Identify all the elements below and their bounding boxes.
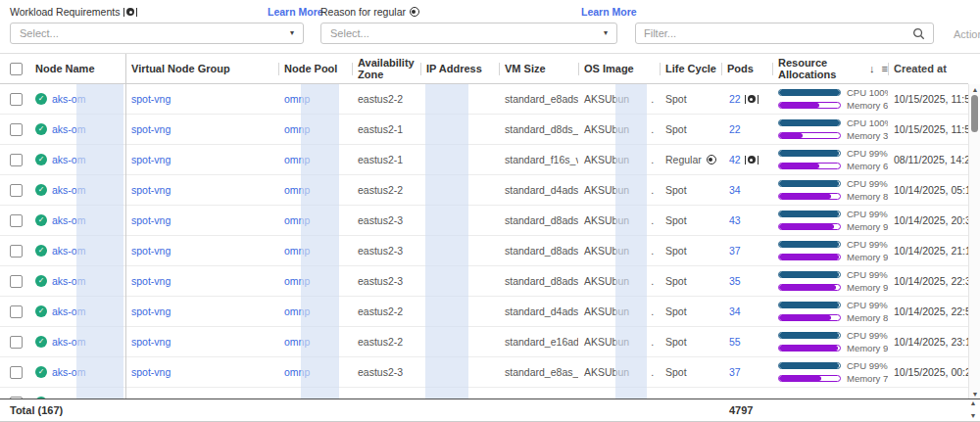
table-row[interactable]: ✓ aks-om spot-vng omnp eastus2-3 standar…	[0, 206, 968, 236]
scroll-down-icon[interactable]: ▼	[969, 391, 980, 399]
table-row[interactable]: ✓ aks-om spot-vng omnp eastus2-2 standar…	[0, 84, 968, 115]
virtual-node-group-link[interactable]: spot-vng	[131, 305, 171, 317]
row-checkbox[interactable]	[10, 123, 23, 136]
cpu-allocation: CPU 99%	[778, 240, 888, 250]
col-virtual-node-group[interactable]: Virtual Node Group	[125, 54, 278, 83]
virtual-node-group-link[interactable]: spot-vng	[131, 366, 171, 378]
cpu-bar	[778, 332, 841, 339]
col-ip-address[interactable]: IP Address	[420, 54, 499, 83]
actions-button[interactable]: Actions	[954, 28, 980, 40]
pods-count-link[interactable]: 55	[729, 336, 741, 348]
col-os-image[interactable]: OS Image	[578, 54, 660, 83]
pods-count-link[interactable]: 34	[729, 184, 741, 196]
vertical-scrollbar[interactable]: ▲ ▼	[968, 84, 980, 400]
memory-allocation: Memory 94%	[778, 283, 888, 293]
cpu-bar	[778, 89, 841, 96]
node-healthy-icon: ✓	[35, 305, 47, 317]
node-name-link[interactable]: aks-om	[52, 93, 85, 105]
pods-count-link[interactable]: 35	[729, 275, 741, 287]
virtual-node-group-link[interactable]: spot-vng	[131, 275, 171, 287]
ip-address-value	[420, 115, 499, 144]
row-checkbox[interactable]	[10, 154, 23, 166]
table-row[interactable]: ✓ aks-om spot-vng omnp eastus2-2 standar…	[0, 327, 968, 357]
col-pods[interactable]: Pods	[721, 54, 772, 83]
regular-learn-more-link[interactable]: Learn More	[581, 6, 637, 18]
cpu-bar	[778, 150, 841, 157]
table-row[interactable]: ✓ aks-om spot-vng omnp eastus2-3 standar…	[0, 357, 968, 388]
virtual-node-group-link[interactable]: spot-vng	[131, 154, 171, 165]
pods-count-link[interactable]: 37	[729, 245, 741, 257]
scroll-up-icon[interactable]: ▲	[970, 399, 977, 407]
virtual-node-group-link[interactable]: spot-vng	[131, 93, 171, 105]
scroll-up-icon[interactable]: ▲	[969, 86, 980, 94]
table-row[interactable]: ✓ aks-om spot-vng omnp eastus2-3 standar…	[0, 236, 968, 266]
memory-allocation: Memory 86%	[778, 313, 888, 323]
col-life-cycle[interactable]: Life Cycle	[660, 54, 721, 83]
table-row[interactable]: ✓ aks-om spot-vng omnp eastus2-3 standar…	[0, 266, 968, 297]
row-checkbox[interactable]	[10, 93, 23, 106]
virtual-node-group-link[interactable]: spot-vng	[131, 336, 171, 348]
select-placeholder: Select...	[20, 27, 59, 39]
filter-input[interactable]: Filter...	[635, 23, 934, 44]
node-pool-link[interactable]: omnp	[284, 245, 310, 257]
row-checkbox[interactable]	[10, 245, 23, 258]
node-name-link[interactable]: aks-om	[52, 245, 85, 257]
node-pool-link[interactable]: omnp	[284, 93, 310, 105]
workload-requirements-select[interactable]: Select... ▾	[10, 23, 304, 44]
node-pool-link[interactable]: omnp	[284, 366, 310, 378]
availability-zone-value: eastus2-1	[352, 115, 420, 144]
regular-reason-icon[interactable]	[707, 155, 716, 164]
pods-count-link[interactable]: 43	[729, 214, 741, 226]
col-resource-allocations[interactable]: Resource Allocations ↓ ≡	[772, 54, 888, 83]
node-pool-link[interactable]: omnp	[284, 305, 310, 317]
node-pool-link[interactable]: omnp	[284, 336, 310, 348]
row-checkbox[interactable]	[10, 184, 23, 197]
node-pool-link[interactable]: omnp	[284, 154, 310, 165]
col-node-name[interactable]: Node Name	[31, 54, 125, 83]
pods-count-link[interactable]: 37	[729, 366, 741, 378]
pods-count-link[interactable]: 22	[729, 123, 741, 135]
node-name-link[interactable]: aks-om	[52, 184, 85, 196]
row-checkbox[interactable]	[10, 214, 23, 227]
col-created-at[interactable]: Created at	[888, 54, 968, 83]
scrollbar-thumb[interactable]	[971, 95, 978, 132]
virtual-node-group-link[interactable]: spot-vng	[131, 184, 171, 196]
table-row[interactable]: ✓ aks-om spot-vng omnp eastus2-2 standar…	[0, 297, 968, 327]
node-pool-link[interactable]: omnp	[284, 184, 310, 196]
virtual-node-group-link[interactable]: spot-vng	[131, 214, 171, 226]
filter-placeholder: Filter...	[644, 27, 676, 39]
row-checkbox[interactable]	[10, 275, 23, 288]
sort-desc-icon[interactable]: ↓	[869, 63, 875, 74]
table-row[interactable]: ✓ aks-om spot-vng omnp eastus2-1 standar…	[0, 115, 968, 145]
node-name-link[interactable]: aks-om	[52, 123, 85, 135]
pods-count-link[interactable]: 34	[729, 305, 741, 317]
pods-controller-icon[interactable]	[745, 95, 759, 104]
virtual-node-group-link[interactable]: spot-vng	[131, 123, 171, 135]
pods-count-link[interactable]: 42	[729, 154, 741, 165]
workload-learn-more-link[interactable]: Learn More	[268, 6, 323, 18]
row-checkbox[interactable]	[10, 366, 23, 379]
row-checkbox[interactable]	[10, 305, 23, 318]
footer-scroll-arrows[interactable]: ▲ ▼	[967, 399, 979, 420]
col-node-pool[interactable]: Node Pool	[278, 54, 352, 83]
node-name-link[interactable]: aks-om	[52, 214, 85, 226]
select-all-checkbox[interactable]	[10, 63, 23, 75]
node-pool-link[interactable]: omnp	[284, 275, 310, 287]
table-row[interactable]: ✓ aks-om spot-vng omnp eastus2-2 standar…	[0, 175, 968, 206]
node-name-link[interactable]: aks-om	[52, 336, 85, 348]
row-checkbox[interactable]	[10, 336, 23, 349]
col-availability-zone[interactable]: Availability Zone	[352, 54, 420, 83]
node-pool-link[interactable]: omnp	[284, 214, 310, 226]
node-name-link[interactable]: aks-om	[52, 305, 85, 317]
pods-controller-icon[interactable]	[745, 156, 759, 164]
reason-for-regular-select[interactable]: Select... ▾	[320, 23, 617, 44]
node-name-link[interactable]: aks-om	[52, 154, 85, 165]
pods-count-link[interactable]: 22	[729, 93, 741, 105]
scroll-down-icon[interactable]: ▼	[970, 412, 977, 420]
node-name-link[interactable]: aks-om	[52, 366, 85, 378]
table-row[interactable]: ✓ aks-om spot-vng omnp eastus2-1 standar…	[0, 145, 968, 175]
node-name-link[interactable]: aks-om	[52, 275, 85, 287]
node-pool-link[interactable]: omnp	[284, 123, 310, 135]
virtual-node-group-link[interactable]: spot-vng	[131, 245, 171, 257]
col-vm-size[interactable]: VM Size	[499, 54, 578, 83]
